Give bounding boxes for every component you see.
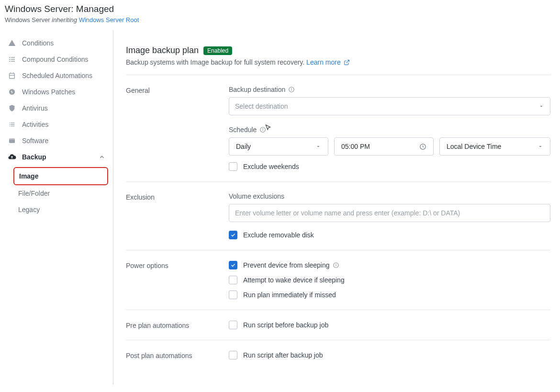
caret-down-icon xyxy=(538,144,543,149)
run-after-checkbox[interactable] xyxy=(229,351,237,359)
svg-rect-2 xyxy=(9,138,15,140)
warning-icon xyxy=(8,39,16,47)
attempt-wake-checkbox[interactable] xyxy=(229,276,237,284)
sidebar-item-label: Compound Conditions xyxy=(22,56,89,63)
status-badge: Enabled xyxy=(203,46,232,55)
sidebar-item-label: Antivirus xyxy=(22,104,48,112)
caret-down-icon xyxy=(315,144,321,149)
plan-description: Backup systems with Image backup for ful… xyxy=(126,58,550,66)
section-label-exclusion: Exclusion xyxy=(126,192,229,239)
sidebar-item-label: Backup xyxy=(22,153,46,161)
shield-icon xyxy=(8,104,16,112)
sidebar-item-backup[interactable]: Backup xyxy=(5,149,108,165)
volume-exclusions-label: Volume exclusions xyxy=(229,192,284,200)
cloud-upload-icon xyxy=(8,153,16,161)
svg-line-3 xyxy=(346,60,349,63)
exclude-removable-checkbox[interactable] xyxy=(229,231,237,239)
subtitle-inheriting: inheriting xyxy=(52,16,78,23)
info-icon[interactable] xyxy=(333,262,339,269)
patch-icon xyxy=(8,88,16,96)
sidebar: Conditions Compound Conditions Scheduled… xyxy=(0,30,113,384)
subnav-item-label: Image xyxy=(19,172,38,180)
subnav-item-label: File/Folder xyxy=(18,190,50,197)
exclude-weekends-checkbox[interactable] xyxy=(229,162,237,171)
window-icon xyxy=(8,136,16,145)
info-icon[interactable] xyxy=(288,86,295,93)
sidebar-item-label: Software xyxy=(22,137,48,145)
run-before-checkbox[interactable] xyxy=(229,321,237,329)
volume-exclusions-input[interactable] xyxy=(235,209,544,217)
sidebar-item-windows-patches[interactable]: Windows Patches xyxy=(5,84,108,100)
schedule-frequency-select[interactable]: Daily xyxy=(229,137,328,156)
run-before-label: Run script before backup job xyxy=(243,321,328,329)
schedule-time-input[interactable]: 05:00 PM xyxy=(334,137,434,156)
section-label-power: Power options xyxy=(126,261,229,299)
section-label-general: General xyxy=(126,86,229,171)
chevron-up-icon xyxy=(99,154,105,160)
prevent-sleep-label: Prevent device from sleeping xyxy=(243,261,339,269)
svg-point-13 xyxy=(336,264,336,264)
clock-icon xyxy=(419,143,426,150)
sidebar-item-scheduled-automations[interactable]: Scheduled Automations xyxy=(5,67,108,84)
volume-exclusions-input-wrap xyxy=(229,204,550,222)
backup-destination-label: Backup destination xyxy=(229,86,285,93)
schedule-timezone-select[interactable]: Local Device Time xyxy=(439,137,550,156)
sidebar-item-label: Scheduled Automations xyxy=(22,72,92,79)
run-if-missed-label: Run plan immediately if missed xyxy=(243,291,336,299)
list-icon xyxy=(8,120,16,129)
svg-point-9 xyxy=(263,128,263,129)
calendar-icon xyxy=(8,71,16,80)
sidebar-item-antivirus[interactable]: Antivirus xyxy=(5,100,108,116)
subnav-item-image[interactable]: Image xyxy=(13,167,108,185)
section-label-pre-plan: Pre plan automations xyxy=(126,321,229,329)
run-if-missed-checkbox[interactable] xyxy=(229,291,237,299)
exclude-weekends-label: Exclude weekends xyxy=(243,163,299,170)
sidebar-item-compound-conditions[interactable]: Compound Conditions xyxy=(5,51,108,67)
exclude-removable-label: Exclude removable disk xyxy=(243,231,314,239)
subnav-item-legacy[interactable]: Legacy xyxy=(13,202,108,218)
section-label-post-plan: Post plan automations xyxy=(126,351,229,359)
sidebar-item-label: Activities xyxy=(22,121,48,128)
root-link[interactable]: Windows Server Root xyxy=(79,16,139,23)
learn-more-link[interactable]: Learn more xyxy=(306,58,350,66)
sidebar-item-activities[interactable]: Activities xyxy=(5,116,108,133)
plan-title: Image backup plan xyxy=(126,45,199,56)
page-title: Windows Server: Managed xyxy=(5,4,555,14)
subtitle-prefix: Windows Server xyxy=(5,16,52,23)
compound-icon xyxy=(8,55,16,64)
attempt-wake-label: Attempt to wake device if sleeping xyxy=(243,276,345,284)
svg-point-6 xyxy=(291,88,292,89)
info-icon[interactable] xyxy=(259,126,266,133)
schedule-label: Schedule xyxy=(229,126,257,134)
sidebar-item-conditions[interactable]: Conditions xyxy=(5,35,108,51)
backup-destination-select[interactable]: Select destination xyxy=(229,97,550,115)
subnav-item-file-folder[interactable]: File/Folder xyxy=(13,185,108,202)
prevent-sleep-checkbox[interactable] xyxy=(229,261,237,269)
caret-down-icon xyxy=(538,103,544,109)
subnav-item-label: Legacy xyxy=(18,206,40,213)
sidebar-item-label: Windows Patches xyxy=(22,88,75,96)
sidebar-item-label: Conditions xyxy=(22,39,54,47)
breadcrumb: Windows Server inheriting Windows Server… xyxy=(5,16,555,23)
run-after-label: Run script after backup job xyxy=(243,351,323,359)
sidebar-item-software[interactable]: Software xyxy=(5,133,108,149)
external-link-icon xyxy=(344,59,350,66)
